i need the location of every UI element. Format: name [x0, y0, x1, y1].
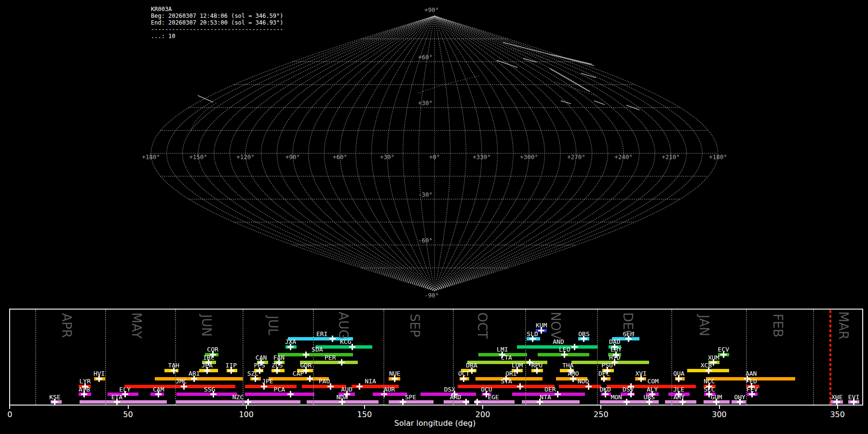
shower-code-label: AMO [568, 370, 579, 377]
shower-code-label: SZC [247, 370, 258, 377]
meteor-trail [503, 42, 594, 66]
shower-code-label: ELY [119, 386, 130, 393]
peak-marker [465, 399, 467, 405]
axis-tick [364, 406, 365, 409]
shower-code-label: XVI [635, 370, 646, 377]
shower-code-label: LMI [497, 346, 508, 353]
axis-tick [719, 406, 720, 409]
shower-bar-jpe [245, 385, 296, 388]
shower-code-label: XUM [708, 354, 719, 361]
shower-bar-ege [475, 400, 514, 404]
axis-tick-label: 350 [830, 410, 845, 419]
peak-marker [626, 399, 627, 405]
north-pole-label: +90° [424, 6, 439, 14]
shower-code-label: SSG [204, 386, 215, 393]
shower-bar-pau [302, 385, 346, 388]
meteor-observation-screen: KR003ABeg: 20260307 12:48:06 (sol = 346.… [0, 0, 868, 434]
shower-code-label: ECV [718, 346, 729, 353]
meteor-trail [594, 101, 605, 105]
shower-bar-ari [155, 377, 243, 380]
axis-tick [482, 406, 483, 409]
month-boundary-line [105, 310, 106, 405]
shower-code-label: HVI [94, 370, 105, 377]
shower-code-label: NUE [389, 370, 400, 377]
shower-code-label: KSE [49, 393, 60, 401]
peak-marker [574, 344, 575, 350]
month-boundary-line [813, 310, 814, 405]
peak-marker [402, 399, 404, 405]
equator-longitude-label: +330° [473, 153, 491, 161]
peak-marker [309, 376, 311, 382]
axis-tick [837, 406, 838, 409]
month-label: AUG [335, 301, 352, 350]
shower-code-label: KUM [536, 322, 547, 329]
shower-bar-jmc [124, 385, 235, 388]
shower-bar-sda [278, 353, 353, 356]
axis-tick-label: 100 [239, 410, 254, 419]
month-boundary-line [746, 310, 747, 405]
meteor-trail [626, 105, 639, 110]
shower-code-label: IRC [203, 354, 214, 361]
shower-code-label: MON [610, 393, 622, 401]
shower-code-label: FED [746, 378, 757, 385]
shower-code-label: STA [501, 378, 512, 385]
shower-code-label: DRA [466, 362, 477, 369]
axis-tick [246, 406, 247, 409]
axis-tick [600, 406, 601, 409]
shower-code-label: AAN [746, 370, 757, 377]
shower-code-label: EVI [848, 393, 859, 401]
shower-code-label: PSU [601, 362, 612, 369]
shower-code-label: ARD [450, 393, 461, 401]
axis-tick-label: 250 [594, 410, 609, 419]
peak-marker [247, 399, 249, 405]
equator-longitude-label: +270° [567, 153, 585, 161]
month-label: DEC [620, 301, 636, 350]
shower-code-label: IIP [226, 362, 237, 369]
month-boundary-line [175, 310, 176, 405]
axis-tick [9, 406, 10, 409]
shower-code-label: AUD [341, 386, 352, 393]
month-label: JUN [198, 301, 215, 350]
shower-bar-sta [458, 385, 555, 388]
shower-code-label: SCC [704, 386, 715, 393]
shower-code-label: JPE [262, 378, 273, 385]
x-axis-title: Solar longitude (deg) [363, 419, 507, 428]
current-solar-longitude-line [830, 310, 831, 405]
shower-bar-dsx [420, 393, 476, 396]
shower-code-label: JXA [285, 338, 296, 345]
shower-code-label: HYD [609, 354, 620, 361]
shower-code-label: PAU [319, 378, 330, 385]
axis-tick-label: 200 [475, 410, 490, 419]
shower-bar-nzc [176, 400, 300, 404]
shower-bar-nta [522, 400, 580, 404]
latitude-label: +60° [418, 54, 433, 61]
shower-code-label: ERI [316, 330, 327, 338]
shower-code-label: RPU [531, 362, 542, 369]
month-boundary-line [525, 310, 526, 405]
meteor-trail [497, 60, 517, 68]
month-label: MAR [835, 301, 852, 350]
peak-marker [305, 352, 307, 358]
grid-meridian [434, 16, 560, 291]
latitude-label: +30° [418, 99, 433, 107]
shower-code-label: XCB [701, 362, 712, 369]
shower-code-label: SLD [527, 330, 538, 338]
peak-marker [359, 383, 360, 390]
month-label: APR [58, 301, 75, 350]
shower-code-label: AHY [673, 393, 684, 401]
shower-code-label: CAN [256, 354, 267, 361]
equator-longitude-label: +150° [189, 153, 207, 161]
shower-code-label: DSV [623, 386, 634, 393]
shower-code-label: GDR [300, 362, 312, 369]
shower-code-label: OCU [481, 386, 492, 393]
equator-longitude-label: +60° [333, 153, 347, 161]
shower-code-label: NTA [540, 393, 551, 401]
shower-code-label: FEV [746, 386, 758, 393]
shower-code-label: NCC [704, 378, 715, 385]
shower-code-label: CAM [153, 386, 164, 393]
peak-marker [341, 359, 342, 366]
equator-longitude-label: +30° [380, 153, 394, 161]
meteor-trail [551, 54, 592, 64]
month-boundary-line [35, 310, 36, 405]
meteor-trail [550, 68, 590, 92]
